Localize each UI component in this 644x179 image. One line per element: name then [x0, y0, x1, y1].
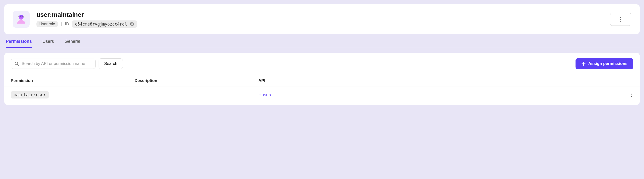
role-type-badge: User role — [36, 21, 58, 27]
toolbar: Search Assign permissions — [4, 58, 640, 75]
id-label: ID — [65, 22, 69, 27]
id-value: c54cme8rvgjmyozcc4rql — [75, 22, 127, 27]
permission-chip: maintain:user — [11, 91, 49, 98]
cell-permission: maintain:user — [11, 91, 134, 98]
row-more-button[interactable] — [630, 91, 633, 98]
plus-icon — [581, 62, 586, 66]
svg-point-3 — [620, 17, 621, 18]
tab-permissions[interactable]: Permissions — [6, 39, 32, 48]
id-value-box: c54cme8rvgjmyozcc4rql — [72, 21, 137, 28]
svg-point-11 — [631, 94, 632, 95]
api-link[interactable]: Hasura — [258, 92, 272, 97]
cell-actions — [619, 91, 633, 98]
page-title: user:maintainer — [36, 11, 137, 19]
cell-api: Hasura — [258, 92, 619, 98]
copy-icon — [130, 22, 134, 26]
assign-button-label: Assign permissions — [588, 61, 628, 66]
table-row: maintain:user Hasura — [4, 87, 640, 103]
svg-point-4 — [620, 19, 621, 20]
search-box[interactable] — [11, 59, 96, 69]
svg-point-5 — [620, 21, 621, 22]
assign-permissions-button[interactable]: Assign permissions — [576, 58, 633, 69]
tabs: Permissions Users General — [4, 34, 640, 48]
permissions-panel: Search Assign permissions Permission Des… — [4, 53, 640, 105]
svg-line-7 — [18, 64, 18, 65]
divider: | — [61, 21, 62, 27]
meta-row: User role | ID c54cme8rvgjmyozcc4rql — [36, 21, 137, 28]
toolbar-left: Search — [11, 58, 123, 69]
col-header-permission: Permission — [11, 78, 134, 83]
user-icon — [16, 14, 26, 25]
search-input[interactable] — [22, 61, 92, 66]
role-header-card: user:maintainer User role | ID c54cme8rv… — [4, 4, 640, 34]
header-more-button[interactable] — [610, 13, 631, 26]
dots-vertical-icon — [620, 17, 622, 22]
col-header-description: Description — [134, 78, 258, 83]
search-button[interactable]: Search — [98, 58, 123, 69]
title-block: user:maintainer User role | ID c54cme8rv… — [36, 11, 137, 28]
search-icon — [14, 61, 19, 66]
svg-rect-2 — [131, 23, 133, 25]
header-left: user:maintainer User role | ID c54cme8rv… — [13, 11, 137, 28]
svg-point-0 — [19, 15, 24, 20]
svg-point-10 — [631, 92, 632, 93]
tab-general[interactable]: General — [64, 39, 80, 48]
tab-users[interactable]: Users — [42, 39, 54, 48]
table-header: Permission Description API — [4, 75, 640, 87]
svg-point-12 — [631, 96, 632, 97]
col-header-actions — [619, 78, 633, 83]
col-header-api: API — [258, 78, 619, 83]
role-avatar — [13, 11, 30, 28]
dots-vertical-icon — [631, 92, 632, 97]
copy-id-button[interactable] — [130, 22, 134, 26]
